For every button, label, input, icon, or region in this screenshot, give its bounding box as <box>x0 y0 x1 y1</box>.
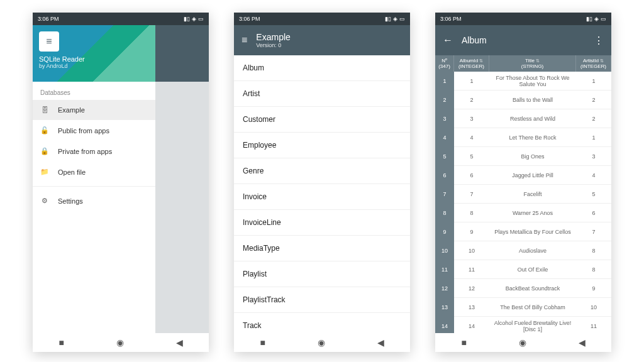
drawer-item-public-from-apps[interactable]: 🔓Public from apps <box>33 120 155 141</box>
table-row[interactable]: 22Balls to the Wall2 <box>435 90 611 109</box>
recent-apps-button[interactable]: ■ <box>461 337 466 348</box>
cell: 11 <box>454 260 489 279</box>
drawer-item-open-file[interactable]: 📁Open file <box>33 162 155 182</box>
app-bar-titles: Example Version: 0 <box>256 32 290 48</box>
wifi-icon: ◈ <box>393 16 397 22</box>
back-button[interactable]: ◀ <box>176 337 183 348</box>
menu-icon[interactable]: ≡ <box>242 35 247 46</box>
table-item-playlist[interactable]: Playlist <box>234 261 410 287</box>
cell: 9 <box>576 279 611 298</box>
table-row[interactable]: 55Big Ones3 <box>435 147 611 166</box>
table-item-genre[interactable]: Genre <box>234 158 410 184</box>
column-header-Title[interactable]: Title⇅(STRING) <box>489 55 576 72</box>
drawer-item-label: Public from apps <box>58 127 109 134</box>
cell: 2 <box>435 90 454 109</box>
drawer-item-settings[interactable]: ⚙Settings <box>33 190 155 211</box>
cell: For Those About To Rock We Salute You <box>489 72 576 90</box>
cell: 1 <box>576 128 611 147</box>
cell: 12 <box>454 279 489 298</box>
table-row[interactable]: 1212BackBeat Soundtrack9 <box>435 279 611 298</box>
table-item-playlisttrack[interactable]: PlaylistTrack <box>234 287 410 313</box>
drawer-item-example[interactable]: 🗄Example <box>33 100 155 120</box>
clock: 3:06 PM <box>239 16 260 22</box>
battery-icon: ▭ <box>601 16 606 22</box>
home-button[interactable]: ◉ <box>519 337 526 348</box>
recent-apps-button[interactable]: ■ <box>260 337 265 348</box>
db-title: Example <box>256 32 290 42</box>
cell: 11 <box>576 317 611 333</box>
table-row[interactable]: 1111Out Of Exile8 <box>435 260 611 279</box>
cell: 6 <box>454 166 489 185</box>
cell: 2 <box>576 109 611 128</box>
phone-tables-screen: 3:06 PM ▮▯ ◈ ▭ ≡ Example Version: 0 Albu… <box>234 13 410 352</box>
app-title: SQLite Reader <box>39 55 149 63</box>
cell: 4 <box>576 166 611 185</box>
clock: 3:06 PM <box>38 16 59 22</box>
table-item-artist[interactable]: Artist <box>234 81 410 107</box>
folder-icon: 📁 <box>40 168 49 176</box>
table-row[interactable]: 33Restless and Wild2 <box>435 109 611 128</box>
back-button[interactable]: ◀ <box>377 337 384 348</box>
table-title: Album <box>462 35 487 45</box>
cell: 8 <box>576 260 611 279</box>
app-subtitle: by AndroLd <box>39 63 149 69</box>
status-bar: 3:06 PM ▮▯ ◈ ▭ <box>435 13 611 25</box>
table-item-employee[interactable]: Employee <box>234 133 410 158</box>
system-nav: ■ ◉ ◀ <box>435 333 611 352</box>
cell: 8 <box>454 204 489 222</box>
table-row[interactable]: 1313The Best Of Billy Cobham10 <box>435 298 611 317</box>
table-item-invoiceline[interactable]: InvoiceLine <box>234 210 410 236</box>
table-item-album[interactable]: Album <box>234 55 410 81</box>
cell: 7 <box>576 222 611 241</box>
drawer-body: Databases 🗄Example🔓Public from apps🔒Priv… <box>33 82 209 333</box>
overflow-menu-icon[interactable]: ⋮ <box>594 35 604 47</box>
cell: BackBeat Soundtrack <box>489 279 576 298</box>
table-item-customer[interactable]: Customer <box>234 107 410 133</box>
table-row[interactable]: 1414Alcohol Fueled Brewtality Live! [Dis… <box>435 317 611 333</box>
column-header-ArtistId[interactable]: ArtistId⇅(INTEGER) <box>576 55 611 72</box>
db-icon: 🗄 <box>40 106 49 114</box>
column-header-Nº[interactable]: Nº(347) <box>435 55 454 72</box>
data-table-body: 11For Those About To Rock We Salute You1… <box>435 72 611 333</box>
cell: Plays Metallica By Four Cellos <box>489 222 576 241</box>
cell: 5 <box>576 185 611 204</box>
cell: 14 <box>454 317 489 333</box>
back-arrow-icon[interactable]: ← <box>443 35 453 46</box>
table-row[interactable]: 77Facelift5 <box>435 185 611 204</box>
table-row[interactable]: 44Let There Be Rock1 <box>435 128 611 147</box>
data-table-header: Nº(347)AlbumId⇅(INTEGER)Title⇅(STRING)Ar… <box>435 55 611 72</box>
status-icons: ▮▯ ◈ ▭ <box>586 16 606 22</box>
cell: Big Ones <box>489 147 576 166</box>
table-row[interactable]: 88Warner 25 Anos6 <box>435 204 611 222</box>
cell: 5 <box>454 147 489 166</box>
scrim[interactable] <box>155 82 209 333</box>
wifi-icon: ◈ <box>594 16 599 22</box>
table-item-invoice[interactable]: Invoice <box>234 184 410 210</box>
wifi-icon: ◈ <box>192 16 196 22</box>
app-bar: ≡ Example Version: 0 <box>234 25 410 55</box>
cell: 11 <box>435 260 454 279</box>
cell: 2 <box>454 90 489 109</box>
table-row[interactable]: 1010Audioslave8 <box>435 241 611 260</box>
home-button[interactable]: ◉ <box>116 337 124 348</box>
cell: 3 <box>454 109 489 128</box>
home-button[interactable]: ◉ <box>318 337 325 348</box>
status-bar: 3:06 PM ▮▯ ◈ ▭ <box>33 13 209 25</box>
table-item-track[interactable]: Track <box>234 313 410 333</box>
system-nav: ■ ◉ ◀ <box>234 333 410 352</box>
column-header-AlbumId[interactable]: AlbumId⇅(INTEGER) <box>454 55 489 72</box>
cell: 4 <box>435 128 454 147</box>
table-row[interactable]: 99Plays Metallica By Four Cellos7 <box>435 222 611 241</box>
table-row[interactable]: 11For Those About To Rock We Salute You1 <box>435 72 611 90</box>
appbar-shadow <box>155 25 209 82</box>
drawer-item-private-from-apps[interactable]: 🔒Private from apps <box>33 141 155 162</box>
recent-apps-button[interactable]: ■ <box>58 337 64 348</box>
cell: 4 <box>454 128 489 147</box>
battery-icon: ▭ <box>198 16 204 22</box>
table-row[interactable]: 66Jagged Little Pill4 <box>435 166 611 185</box>
back-button[interactable]: ◀ <box>579 337 586 348</box>
cell: 3 <box>435 109 454 128</box>
table-item-mediatype[interactable]: MediaType <box>234 236 410 261</box>
cell: 6 <box>435 166 454 185</box>
cell: Warner 25 Anos <box>489 204 576 222</box>
